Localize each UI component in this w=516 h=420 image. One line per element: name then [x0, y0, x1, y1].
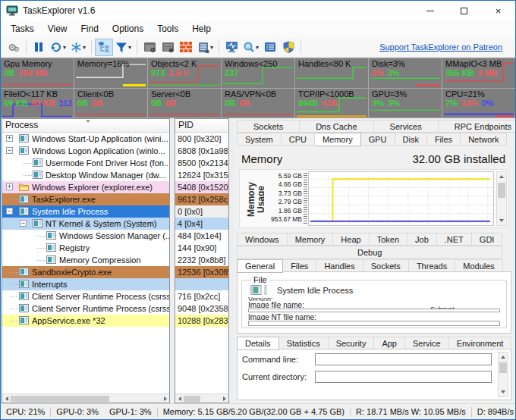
scroll-up-icon[interactable]	[499, 353, 508, 362]
tab-files[interactable]: Files	[283, 259, 316, 272]
scrollbar-thumb[interactable]	[11, 396, 109, 402]
scroll-left-icon[interactable]	[175, 394, 184, 403]
pid-horizontal-scrollbar[interactable]	[175, 393, 228, 403]
pid-cell[interactable]: 12624 [0x3150]	[175, 169, 228, 181]
process-row-windows-session-ma[interactable]: Windows Session Manager (...	[2, 230, 169, 242]
dropdown-caret-icon[interactable]: ▾	[63, 44, 66, 51]
pid-cell[interactable]: 12536 [0x30f8]	[175, 266, 228, 278]
tree-expander[interactable]: +	[6, 183, 13, 190]
process-row-usermode-font-driv[interactable]: Usermode Font Driver Host (fon...	[2, 157, 169, 169]
tab-system[interactable]: System	[237, 133, 282, 146]
pid-cell[interactable]: 484 [0x1e4]	[175, 230, 228, 242]
dashboard-cell-fileio-117-kb[interactable]: FileIO<117 KB69 KB53 KB112 KB	[1, 89, 74, 118]
dashboard-cell-cpu-21[interactable]: CPU=21%7%14%0%	[442, 89, 515, 118]
process-row-client-server-runt[interactable]: Client Server Runtime Process (csrss...	[2, 302, 169, 315]
tab-statistics[interactable]: Statistics	[279, 337, 329, 349]
pause-button[interactable]	[30, 39, 48, 56]
command-line-field[interactable]	[315, 353, 492, 365]
pid-cell[interactable]: 800 [0x320]	[175, 133, 228, 145]
pid-cell[interactable]: 144 [0x90]	[175, 242, 228, 254]
tab-environment[interactable]: Environment	[449, 337, 512, 349]
close-button[interactable]: ×	[481, 1, 515, 20]
menu-item-find[interactable]: Find	[74, 21, 105, 36]
tab-heap[interactable]: Heap	[333, 233, 369, 246]
snowflake-button[interactable]: ▾	[68, 39, 88, 56]
patreon-link[interactable]: Support TaskExplorer on Patreon	[379, 42, 502, 52]
process-row-appservice-exe-32[interactable]: AppService.exe *32	[2, 315, 169, 327]
image-nt-file-name-field[interactable]	[248, 321, 500, 326]
tab-sockets[interactable]: Sockets	[363, 259, 409, 272]
window-gear-button[interactable]	[140, 39, 159, 56]
tab-threads[interactable]: Threads	[409, 259, 455, 272]
tab-token[interactable]: Token	[370, 233, 407, 246]
tree-expander[interactable]: +	[6, 135, 13, 142]
maximize-button[interactable]	[447, 1, 481, 20]
menu-item-tools[interactable]: Tools	[150, 21, 185, 36]
menu-item-tasks[interactable]: Tasks	[4, 21, 41, 36]
scroll-left-icon[interactable]	[2, 394, 11, 403]
menu-item-options[interactable]: Options	[105, 21, 150, 36]
tab-modules[interactable]: Modules	[455, 259, 503, 272]
process-row-client-server-runt[interactable]: Client Server Runtime Process (csrss...	[2, 290, 169, 302]
process-row-windows-logon-appl[interactable]: −Windows Logon Application (winlo...	[2, 145, 169, 157]
details-scrollbar[interactable]	[498, 352, 508, 397]
dropdown-caret-icon[interactable]: ▾	[83, 44, 86, 51]
tab-windows[interactable]: Windows	[237, 233, 288, 246]
tab-job[interactable]: Job	[407, 233, 437, 246]
tree-expander[interactable]: −	[20, 220, 27, 227]
tab-details[interactable]: Details	[237, 337, 279, 350]
search-button[interactable]: ▾	[241, 39, 261, 56]
process-column-header[interactable]: Process	[2, 119, 169, 133]
process-row-registry[interactable]: Registry	[2, 242, 169, 254]
minimize-button[interactable]	[413, 1, 447, 20]
tab-memory[interactable]: Memory	[288, 233, 334, 246]
scroll-right-icon[interactable]	[220, 394, 228, 403]
tab-rpc-endpoints[interactable]: RPC Endpoints	[439, 120, 516, 133]
dashboard-cell-gpu-3[interactable]: GPU=3%3%3%	[369, 89, 442, 118]
tab-app[interactable]: App	[374, 337, 405, 349]
pid-column-header[interactable]: PID	[175, 119, 228, 133]
dashboard-cell-memory-16[interactable]: Memory=16%	[74, 58, 147, 88]
memory-graph-scrollbar[interactable]	[496, 171, 507, 226]
dashboard-cell-mmapio-3-mb[interactable]: MMapIO<3 MB355 KB3 MB	[442, 58, 515, 88]
scrollbar-thumb[interactable]	[184, 396, 200, 402]
firewall-button[interactable]	[177, 39, 195, 56]
process-row-interrupts[interactable]: Interrupts	[2, 278, 169, 290]
pid-cell[interactable]: 8500 [0x2134]	[175, 157, 228, 169]
process-row-windows-start-up-a[interactable]: +Windows Start-Up Application (wini...	[2, 133, 169, 145]
tab-network[interactable]: Network	[461, 133, 507, 146]
tab-sockets[interactable]: Sockets	[237, 120, 300, 133]
pid-cell[interactable]	[175, 278, 228, 290]
filter-button[interactable]: ▾	[113, 39, 134, 56]
image-file-name-field[interactable]	[248, 309, 500, 312]
dashboard-cell-disk-3[interactable]: Disk=3%0%3%	[369, 58, 442, 88]
dashboard-cell-windows-250[interactable]: Windows<250237	[222, 58, 294, 88]
tab-files[interactable]: Files	[427, 133, 461, 146]
tab-net[interactable]: .NET	[437, 233, 472, 246]
tree-view-button[interactable]	[95, 39, 113, 56]
process-horizontal-scrollbar[interactable]	[2, 393, 169, 403]
monitor-pulse-button[interactable]	[222, 39, 241, 56]
scroll-down-icon[interactable]	[497, 216, 506, 225]
refresh-button[interactable]: ▾	[48, 39, 68, 56]
tab-dns-cache[interactable]: Dns Cache	[300, 120, 373, 133]
process-row-windows-explorer[interactable]: +Windows Explorer (explorer.exe)	[2, 181, 169, 193]
current-directory-field[interactable]	[315, 371, 492, 383]
menu-item-view[interactable]: View	[41, 21, 74, 36]
tab-memory[interactable]: Memory	[315, 133, 361, 146]
gears-button[interactable]: ⚙⚙	[5, 39, 23, 56]
scroll-right-icon[interactable]	[161, 394, 169, 403]
process-row-taskexplorer-exe[interactable]: TaskExplorer.exe	[2, 193, 169, 205]
tab-gdi[interactable]: GDI	[472, 233, 503, 246]
tab-disk[interactable]: Disk	[395, 133, 427, 146]
process-row-desktop-window-man[interactable]: Desktop Window Manager (dw...	[2, 169, 169, 181]
pid-cell[interactable]: 9612 [0x258c]	[175, 193, 228, 205]
dropdown-caret-icon[interactable]: ▾	[128, 44, 131, 51]
pid-cell[interactable]: 4 [0x4]	[175, 218, 228, 230]
pid-cell[interactable]: 0 [0x0]	[175, 205, 228, 218]
dashboard-cell-handles-80-k[interactable]: Handles<80 K	[295, 58, 368, 88]
scroll-down-icon[interactable]	[499, 387, 508, 396]
pid-cell[interactable]: 6808 [0x1a98]	[175, 145, 228, 157]
dropdown-caret-icon[interactable]: ▾	[210, 44, 213, 51]
dashboard-cell-client-0b[interactable]: Client<0B0B0B	[74, 89, 147, 118]
